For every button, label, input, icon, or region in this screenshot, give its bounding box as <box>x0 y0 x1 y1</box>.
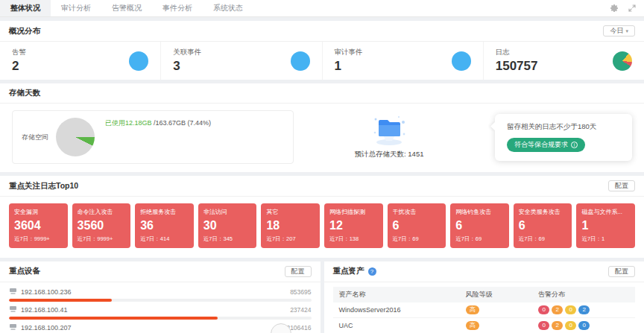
stat-value: 3 <box>173 59 290 74</box>
top-tab-bar: 整体状况 审计分析 告警概况 事件分析 系统状态 <box>0 0 644 17</box>
estimated-storage-days: 预计总存储天数: 1451 <box>315 150 464 159</box>
device-row[interactable]: 192.168.100.207 2106416 <box>9 323 312 333</box>
top10-card-security-service[interactable]: 安全类服务攻击 6 近7日：69 <box>514 203 572 248</box>
storage-section: 存储天数 存储空间 已使用12.18GB /163.67GB (7.44%) <box>0 83 644 172</box>
storage-usage-text: 已使用12.18GB /163.67GB (7.44%) <box>105 118 211 128</box>
top10-section: 重点关注日志Top10 配置 安全漏洞 3604 近7日：9999+ 命令注入攻… <box>0 176 644 258</box>
stat-logs[interactable]: 日志 150757 <box>484 42 644 80</box>
stat-value: 1 <box>335 59 452 74</box>
stat-label: 审计事件 <box>335 48 452 57</box>
overview-stats: 告警 2 关联事件 3 审计事件 1 日志 150757 <box>0 42 644 80</box>
chevron-down-icon: ▾ <box>625 28 628 34</box>
top10-card-security-vuln[interactable]: 安全漏洞 3604 近7日：9999+ <box>9 203 68 248</box>
overview-section: 概况分布 今日▾ 告警 2 关联事件 3 审计事件 1 <box>0 21 644 80</box>
period-dropdown[interactable]: 今日▾ <box>603 25 635 37</box>
stat-correlated-events[interactable]: 关联事件 3 <box>161 42 322 80</box>
stat-value: 2 <box>12 59 129 74</box>
devices-config-button[interactable]: 配置 <box>285 266 312 277</box>
compliance-text: 留存相关的日志不少于180天 <box>507 122 620 132</box>
device-row[interactable]: 192.168.100.41 237424 <box>9 305 312 320</box>
tabbar-spacer <box>253 0 610 16</box>
asset-row[interactable]: WindowsServer2016 高 0202 <box>333 302 636 318</box>
events-circle-icon <box>291 51 310 71</box>
storage-used-value: 已使用12.18GB <box>105 119 152 127</box>
stat-audit-events[interactable]: 审计事件 1 <box>323 42 484 80</box>
top10-config-button[interactable]: 配置 <box>608 180 635 191</box>
stat-alerts[interactable]: 告警 2 <box>0 42 161 80</box>
device-icon <box>9 305 17 314</box>
tab-system-status[interactable]: 系统状态 <box>203 0 253 16</box>
stat-label: 关联事件 <box>173 48 290 57</box>
device-row[interactable]: 192.168.100.236 853695 <box>9 288 312 302</box>
alert-distribution: 0200 <box>538 321 629 330</box>
stat-label: 告警 <box>12 48 129 57</box>
fullscreen-icon[interactable] <box>628 4 637 13</box>
device-icon <box>9 323 17 332</box>
device-list: 192.168.100.236 853695 192.168.100.41 23… <box>0 282 321 333</box>
storage-pie-chart <box>56 118 95 156</box>
tab-audit-analysis[interactable]: 审计分析 <box>51 0 101 16</box>
tab-overall-status[interactable]: 整体状况 <box>0 0 51 16</box>
log-pie-icon <box>613 51 632 71</box>
storage-title: 存储天数 <box>9 88 40 98</box>
device-risk-bar <box>9 317 312 320</box>
top10-card-disk-filesystem[interactable]: 磁盘与文件系... 1 近7日：1 <box>576 203 635 248</box>
assets-config-button[interactable]: 配置 <box>608 266 635 277</box>
top10-card-scan-probe[interactable]: 网络扫描探测 12 近7日：138 <box>324 203 383 248</box>
top10-card-other[interactable]: 其它 18 近7日：207 <box>261 203 320 248</box>
tab-event-analysis[interactable]: 事件分析 <box>152 0 203 16</box>
compliance-bubble: 留存相关的日志不少于180天 符合等保合规要求 i <box>495 114 632 161</box>
assets-section: 重点资产 ? 配置 资产名称 风险等级 告警分布 WindowsServer20… <box>324 261 644 333</box>
col-asset-name: 资产名称 <box>333 287 460 302</box>
risk-badge: 高 <box>466 321 479 330</box>
top10-title: 重点关注日志Top10 <box>9 181 78 191</box>
alerts-circle-icon <box>129 51 148 71</box>
devices-section: 重点设备 配置 192.168.100.236 853695 192.168.1… <box>0 261 321 333</box>
overview-title: 概况分布 <box>9 26 40 37</box>
top10-card-dos[interactable]: 拒绝服务攻击 36 近7日：414 <box>135 203 194 248</box>
help-icon[interactable]: ? <box>368 267 376 276</box>
top10-card-illegal-access[interactable]: 非法访问 30 近7日：345 <box>198 203 257 248</box>
asset-row[interactable]: UAC 高 0200 <box>333 317 636 333</box>
device-icon <box>9 288 17 296</box>
top10-grid: 安全漏洞 3604 近7日：9999+ 命令注入攻击 3560 近7日：9999… <box>0 197 644 258</box>
compliance-badge[interactable]: 符合等保合规要求 i <box>507 138 585 152</box>
col-alert-distribution: 告警分布 <box>532 287 635 302</box>
top10-card-phishing[interactable]: 网络钓鱼攻击 6 近7日：69 <box>450 203 509 248</box>
top10-card-cmd-injection[interactable]: 命令注入攻击 3560 近7日：9999+ <box>72 203 131 248</box>
audit-circle-icon <box>452 51 471 71</box>
storage-total-value: /163.67GB (7.44%) <box>152 119 212 127</box>
gear-icon[interactable] <box>610 4 619 13</box>
info-icon: i <box>571 142 578 148</box>
col-risk-level: 风险等级 <box>460 287 532 302</box>
tab-alert-overview[interactable]: 告警概况 <box>101 0 152 16</box>
risk-badge: 高 <box>466 305 479 314</box>
assets-title: 重点资产 <box>333 266 364 276</box>
storage-space-card: 存储空间 已使用12.18GB /163.67GB (7.44%) <box>12 110 294 164</box>
stat-label: 日志 <box>496 48 613 57</box>
storage-space-label: 存储空间 <box>22 133 48 142</box>
devices-title: 重点设备 <box>9 266 40 276</box>
top10-card-interference[interactable]: 干扰攻击 6 近7日：69 <box>388 203 446 248</box>
folder-icon <box>369 136 409 148</box>
alert-distribution: 0202 <box>538 305 629 314</box>
stat-value: 150757 <box>496 59 613 74</box>
assets-table: 资产名称 风险等级 告警分布 WindowsServer2016 高 0202 … <box>333 287 636 333</box>
device-risk-bar <box>9 299 312 302</box>
